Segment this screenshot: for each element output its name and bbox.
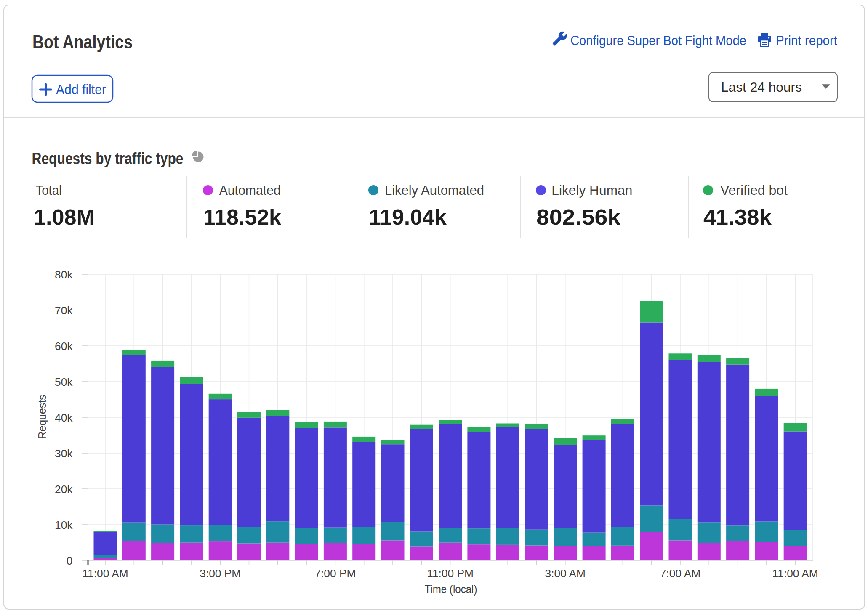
svg-text:20k: 20k [55,483,73,496]
svg-text:10k: 10k [55,519,73,531]
svg-text:Last 24 hours: Last 24 hours [721,80,802,95]
svg-text:3:00 PM: 3:00 PM [200,567,241,580]
svg-text:Bot Analytics: Bot Analytics [32,31,133,53]
svg-text:Configure Super Bot Fight Mode: Configure Super Bot Fight Mode [570,33,746,48]
svg-text:3:00 AM: 3:00 AM [545,567,586,580]
svg-text:0: 0 [67,554,73,567]
svg-text:80k: 80k [55,268,73,281]
svg-text:70k: 70k [55,304,73,317]
svg-text:Print report: Print report [776,33,837,48]
svg-text:11:00 AM: 11:00 AM [82,567,128,580]
svg-text:7:00 AM: 7:00 AM [660,567,700,580]
svg-text:11:00 PM: 11:00 PM [427,567,474,580]
svg-text:Likely Human: Likely Human [551,183,632,198]
svg-text:60k: 60k [55,340,73,353]
svg-text:30k: 30k [55,447,73,460]
svg-text:Requests: Requests [36,395,48,439]
svg-text:Total: Total [36,183,62,198]
svg-text:1.08M: 1.08M [34,205,95,229]
svg-text:41.38k: 41.38k [703,205,772,229]
svg-text:Automated: Automated [219,183,281,198]
svg-text:118.52k: 118.52k [203,205,281,229]
svg-text:Likely Automated: Likely Automated [385,183,484,198]
svg-text:Add filter: Add filter [56,82,106,97]
svg-text:Verified bot: Verified bot [720,183,788,198]
svg-text:40k: 40k [55,411,73,424]
svg-text:7:00 PM: 7:00 PM [314,567,356,580]
svg-text:50k: 50k [55,376,73,388]
svg-text:802.56k: 802.56k [536,205,620,229]
svg-text:119.04k: 119.04k [369,205,447,229]
svg-text:Time (local): Time (local) [425,583,477,596]
svg-text:11:00 AM: 11:00 AM [772,567,818,580]
svg-text:Requests by traffic type: Requests by traffic type [32,149,184,167]
